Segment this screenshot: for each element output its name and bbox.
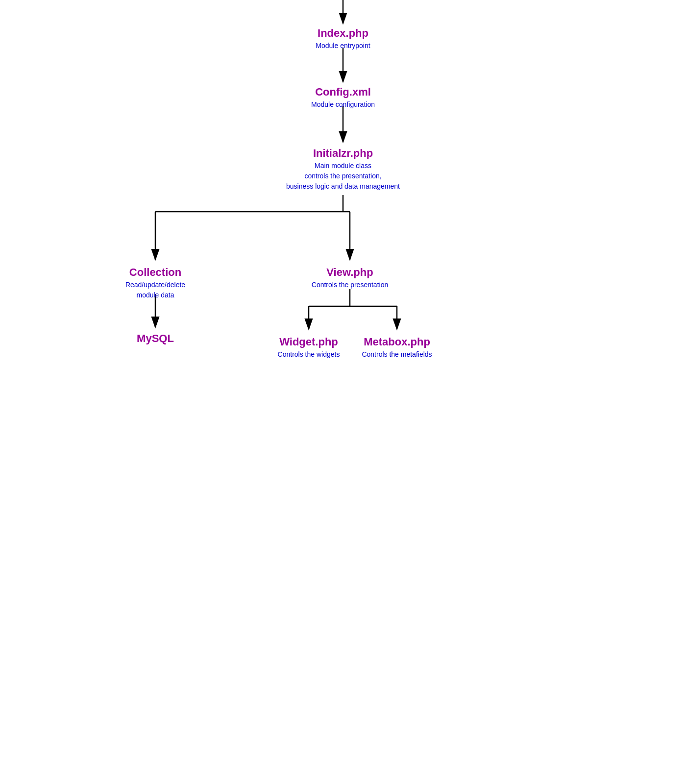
collection-subtitle: Read/update/delete module data: [125, 280, 185, 300]
viewphp-node: View.php Controls the presentation: [312, 266, 388, 290]
widget-subtitle: Controls the widgets: [278, 349, 340, 360]
metabox-subtitle: Controls the metafields: [362, 349, 432, 360]
index-node: Index.php Module entrypoint: [316, 27, 370, 51]
config-subtitle: Module configuration: [311, 99, 375, 110]
mysql-node: MySQL: [137, 332, 174, 345]
initialzr-line1: Main module class: [286, 161, 400, 171]
initialzr-line2: controls the presentation,: [286, 171, 400, 181]
collection-line1: Read/update/delete: [125, 280, 185, 290]
initialzr-line3: business logic and data management: [286, 181, 400, 192]
metabox-node: Metabox.php Controls the metafields: [362, 336, 432, 360]
diagram-container: Index.php Module entrypoint Config.xml M…: [0, 0, 686, 784]
initialzr-subtitle: Main module class controls the presentat…: [286, 161, 400, 192]
viewphp-title: View.php: [312, 266, 388, 279]
metabox-title: Metabox.php: [362, 336, 432, 348]
widget-node: Widget.php Controls the widgets: [278, 336, 340, 360]
collection-node: Collection Read/update/delete module dat…: [125, 266, 185, 300]
collection-title: Collection: [125, 266, 185, 279]
config-title: Config.xml: [311, 86, 375, 98]
initialzr-title: Initialzr.php: [286, 147, 400, 160]
collection-line2: module data: [125, 290, 185, 300]
widget-title: Widget.php: [278, 336, 340, 348]
mysql-title: MySQL: [137, 332, 174, 345]
index-title: Index.php: [316, 27, 370, 40]
config-node: Config.xml Module configuration: [311, 86, 375, 110]
viewphp-subtitle: Controls the presentation: [312, 280, 388, 290]
flow-arrows: [0, 0, 686, 784]
index-subtitle: Module entrypoint: [316, 41, 370, 51]
initialzr-node: Initialzr.php Main module class controls…: [286, 147, 400, 192]
